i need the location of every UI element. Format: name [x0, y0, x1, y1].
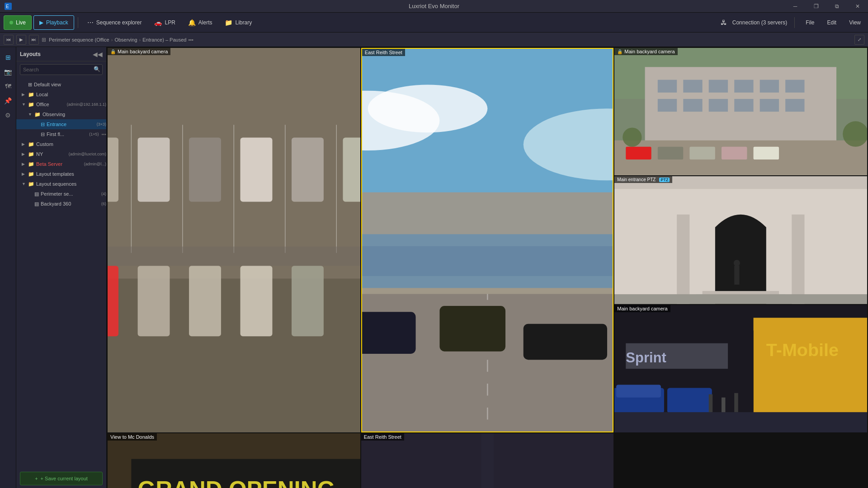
camera-cell-1[interactable]: 🔒 Main backyard camera: [108, 48, 360, 432]
more-icon[interactable]: •••: [101, 132, 106, 137]
cameras-icon[interactable]: 📷: [1, 65, 15, 79]
svg-rect-17: [189, 138, 221, 202]
search-icon: 🔍: [94, 66, 100, 72]
seq-next-button[interactable]: ⏭: [29, 35, 39, 45]
svg-rect-20: [343, 138, 360, 202]
tree-item-office[interactable]: ▼ 📁 Office (admin@192.168.1.1): [16, 99, 106, 109]
svg-rect-19: [292, 138, 324, 202]
tree-item-layout-sequences[interactable]: ▼ 📁 Layout sequences: [16, 179, 106, 189]
tree-label: Layout sequences: [36, 181, 106, 187]
restore-button[interactable]: ❐: [806, 0, 826, 13]
chevron-icon: ▶: [22, 142, 26, 146]
minimize-button[interactable]: ─: [785, 0, 806, 13]
svg-text:T-Mobile: T-Mobile: [766, 340, 839, 360]
svg-rect-65: [754, 147, 779, 160]
svg-rect-18: [241, 138, 273, 202]
toolbar-separator-1: [78, 17, 78, 28]
tree-item-ny[interactable]: ▶ 📁 NY (admin@luxriot.com): [16, 149, 106, 159]
camera-cell-3b[interactable]: Main entrance PTZ PTZ: [614, 176, 867, 304]
camera-label-2: East Reith Street: [362, 49, 405, 56]
entrance-scene: [614, 176, 867, 304]
svg-rect-15: [108, 138, 118, 202]
chevron-icon: ▼: [22, 182, 26, 186]
svg-text:GRAND OPENING: GRAND OPENING: [138, 477, 335, 488]
tree-item-entrance[interactable]: ⊟ Entrance (3×3): [16, 119, 106, 129]
lpr-button[interactable]: 🚗 LPR: [149, 15, 180, 30]
sequence-bar: ⏮ ▶ ⏭ ⊞ Perimeter sequence (Office › Obs…: [0, 33, 868, 47]
svg-rect-58: [760, 99, 779, 112]
svg-rect-41: [523, 324, 607, 360]
svg-rect-86: [667, 388, 712, 413]
sidebar-panel: Layouts ◀◀ 🔍 ⊞ Default view ▶ 📁 Local: [16, 47, 107, 488]
svg-rect-56: [709, 99, 728, 112]
search-box: 🔍: [20, 64, 103, 75]
sequence-icon: ▤: [34, 191, 39, 197]
tree-item-backyard-360[interactable]: ▤ Backyard 360 (6): [16, 199, 106, 209]
camera-label-1: 🔒 Main backyard camera: [108, 48, 170, 55]
tree-label: NY: [36, 151, 66, 157]
sequence-icon: ▤: [34, 201, 39, 207]
main-content: ⊞ 📷 🗺 📌 ⚙ Layouts ◀◀ 🔍 ⊞ Default view: [0, 47, 868, 488]
camera-label-3a: 🔒 Main backyard camera: [614, 48, 677, 55]
parking-scene: [108, 48, 360, 432]
sidebar-icon-strip: ⊞ 📷 🗺 📌 ⚙: [0, 47, 16, 488]
camera-cell-3c[interactable]: T-Mobile Sprint: [614, 305, 867, 432]
playback-button[interactable]: ▶ Playback: [33, 15, 74, 30]
app-title: Luxriot Evo Monitor: [409, 3, 459, 9]
tree-item-layout-templates[interactable]: ▶ 📁 Layout templates: [16, 169, 106, 179]
sequence-explorer-button[interactable]: ⋯ Sequence explorer: [82, 15, 147, 30]
camera-cell-2[interactable]: East Reith Street: [361, 48, 614, 432]
street-scene-2: [361, 433, 614, 488]
file-menu[interactable]: File: [802, 18, 818, 28]
connection-icon: 🖧: [721, 19, 727, 26]
svg-rect-16: [138, 138, 170, 202]
tree-item-perimeter-se[interactable]: ▤ Perimeter se... (4): [16, 189, 106, 199]
titlebar: E Luxriot Evo Monitor ─ ❐ ⧉ ✕: [0, 0, 868, 13]
edit-menu[interactable]: Edit: [824, 18, 840, 28]
tree-item-beta-server[interactable]: ▶ 📁 Beta Server (admin@l...): [16, 159, 106, 169]
lock-icon: 🔒: [110, 49, 116, 54]
tree-item-observing[interactable]: ▼ 📁 Observing: [16, 109, 106, 119]
view-menu[interactable]: View: [845, 18, 864, 28]
map-icon[interactable]: 🗺: [1, 80, 15, 93]
lock-icon: 🔒: [617, 49, 623, 54]
plus-icon: +: [35, 476, 38, 481]
tree-item-local[interactable]: ▶ 📁 Local: [16, 89, 106, 99]
camera-cell-6[interactable]: [614, 433, 867, 488]
tree-item-first-fl[interactable]: ⊟ First fl... (1×5) •••: [16, 129, 106, 139]
folder-icon: 📁: [28, 102, 34, 108]
bookmarks-icon[interactable]: 📌: [1, 94, 15, 108]
tree-badge: (admin@luxriot.com): [69, 152, 106, 156]
search-input[interactable]: [20, 64, 103, 75]
tree-badge: (1×5): [89, 132, 99, 136]
sidebar-title: Layouts: [20, 51, 41, 57]
chevron-icon: ▶: [22, 152, 26, 156]
seq-play-button[interactable]: ▶: [16, 35, 26, 45]
camera-cell-5[interactable]: East Reith Street: [361, 433, 614, 488]
tree-item-custom[interactable]: ▶ 📁 Custom: [16, 139, 106, 149]
close-button[interactable]: ✕: [847, 0, 868, 13]
alerts-button[interactable]: 🔔 Alerts: [183, 15, 218, 30]
bell-icon: 🔔: [188, 19, 196, 26]
library-button[interactable]: 📁 Library: [219, 15, 257, 30]
live-button[interactable]: Live: [4, 15, 32, 30]
svg-rect-23: [108, 266, 118, 336]
maximize-button[interactable]: ⧉: [826, 0, 847, 13]
save-layout-button[interactable]: + + Save current layout: [20, 472, 103, 485]
seq-prev-button[interactable]: ⏮: [4, 35, 14, 45]
sidebar-header: Layouts ◀◀: [16, 47, 106, 61]
collapse-sidebar-button[interactable]: ◀◀: [93, 51, 103, 58]
layouts-icon[interactable]: ⊞: [1, 51, 15, 64]
svg-point-32: [368, 84, 487, 132]
camera-label-3b: Main entrance PTZ PTZ: [614, 176, 672, 183]
tree-item-default-view[interactable]: ⊞ Default view: [16, 80, 106, 89]
tree-label: Layout templates: [36, 171, 106, 177]
settings-icon[interactable]: ⚙: [1, 108, 15, 122]
camera-cell-3a[interactable]: 🔒 Main backyard camera: [614, 48, 867, 175]
chevron-icon: ▶: [22, 92, 26, 97]
chevron-icon: ▼: [22, 102, 26, 107]
live-dot: [9, 21, 13, 24]
expand-button[interactable]: ⤢: [854, 35, 864, 45]
toolbar: Live ▶ Playback ⋯ Sequence explorer 🚗 LP…: [0, 13, 868, 33]
camera-cell-4[interactable]: GRAND OPENING M UNIQUE ZALES: [108, 433, 360, 488]
